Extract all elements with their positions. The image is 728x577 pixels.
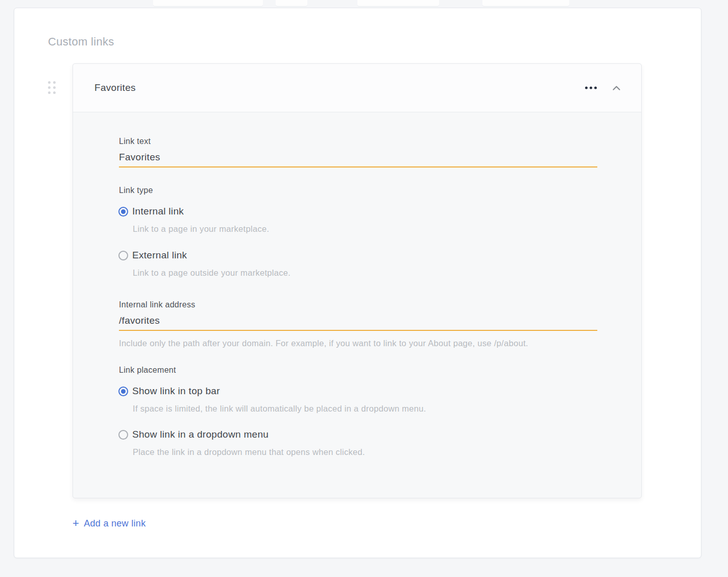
section-heading: Custom links — [48, 35, 114, 49]
link-placement-label: Link placement — [119, 366, 176, 375]
page: Custom links Favorites Link text Favorit… — [0, 0, 728, 577]
radio-show-link-top-bar[interactable] — [118, 387, 128, 396]
chevron-up-icon[interactable] — [611, 81, 622, 94]
radio-external-link-helper: Link to a page outside your marketplace. — [133, 268, 290, 278]
settings-panel: Custom links Favorites Link text Favorit… — [14, 8, 701, 558]
internal-link-address-input[interactable]: /favorites — [119, 315, 160, 326]
custom-link-card: Favorites Link text Favorites Link type … — [72, 63, 642, 498]
radio-show-link-dropdown[interactable] — [118, 430, 128, 440]
radio-internal-link-label[interactable]: Internal link — [132, 206, 184, 217]
radio-show-link-dropdown-helper: Place the link in a dropdown menu that o… — [133, 447, 365, 457]
plus-icon: + — [72, 518, 79, 529]
radio-show-link-top-bar-helper: If space is limited, the link will autom… — [133, 404, 426, 414]
add-new-link-button[interactable]: + Add a new link — [72, 518, 145, 529]
link-type-label: Link type — [119, 186, 153, 195]
link-text-label: Link text — [119, 137, 151, 146]
radio-external-link[interactable] — [118, 251, 128, 260]
internal-link-address-label: Internal link address — [119, 300, 196, 309]
cutoff-element — [276, 0, 307, 7]
radio-internal-link[interactable] — [118, 207, 128, 217]
internal-link-address-underline — [119, 330, 597, 331]
cutoff-element — [153, 0, 263, 7]
link-text-input[interactable]: Favorites — [119, 152, 160, 163]
internal-link-address-helper: Include only the path after your domain.… — [119, 339, 528, 348]
drag-handle-icon[interactable] — [48, 81, 56, 94]
kebab-menu-icon[interactable] — [584, 84, 598, 92]
card-header: Favorites — [73, 64, 641, 112]
radio-internal-link-helper: Link to a page in your marketplace. — [133, 224, 269, 234]
radio-external-link-label[interactable]: External link — [132, 250, 187, 261]
radio-show-link-dropdown-label[interactable]: Show link in a dropdown menu — [132, 429, 269, 440]
cutoff-element — [357, 0, 439, 7]
cutoff-element — [482, 0, 569, 7]
card-title: Favorites — [94, 82, 136, 93]
add-new-link-label: Add a new link — [84, 518, 145, 529]
radio-show-link-top-bar-label[interactable]: Show link in top bar — [132, 386, 220, 397]
link-text-input-underline — [119, 166, 597, 167]
